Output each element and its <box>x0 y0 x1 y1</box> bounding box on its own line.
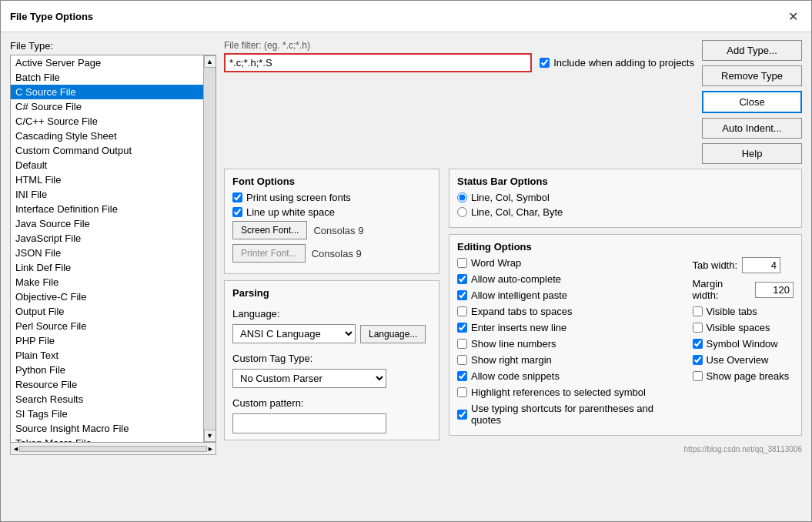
enter-inserts-checkbox[interactable] <box>457 323 467 333</box>
file-filter-section: File filter: (eg. *.c;*.h) <box>224 40 532 72</box>
symbol-window-checkbox[interactable] <box>693 339 703 349</box>
list-item[interactable]: Search Results <box>11 392 203 407</box>
list-item[interactable]: Interface Definition File <box>11 202 203 216</box>
visible-tabs-checkbox[interactable] <box>693 306 703 316</box>
list-item[interactable]: SI Tags File <box>11 407 203 421</box>
custom-pattern-input[interactable] <box>232 413 386 433</box>
visible-spaces-label: Visible spaces <box>707 322 770 333</box>
vertical-scrollbar[interactable]: ▲ ▼ <box>203 55 216 442</box>
language-select[interactable]: ANSI C Language C++ Language Java <box>232 324 356 343</box>
visible-spaces-checkbox[interactable] <box>693 323 703 333</box>
title-bar: File Type Options ✕ <box>1 1 811 32</box>
enter-inserts-row: Enter inserts new line <box>457 322 683 333</box>
status-line-col-char-radio[interactable] <box>457 207 467 217</box>
word-wrap-label: Word Wrap <box>471 257 521 269</box>
intelligent-paste-label: Allow intelligent paste <box>471 289 567 301</box>
font-options-title: Font Options <box>232 176 431 187</box>
list-item[interactable]: Default <box>11 158 203 172</box>
list-item[interactable]: Python File <box>11 363 203 377</box>
close-button[interactable]: Close <box>702 91 802 113</box>
window-close-button[interactable]: ✕ <box>784 7 802 25</box>
line-up-whitespace-row: Line up white space <box>232 206 431 218</box>
status-bar-group: Status Bar Options Line, Col, Symbol Lin… <box>449 169 802 228</box>
print-screen-fonts-checkbox[interactable] <box>232 192 242 202</box>
status-line-col-symbol-row: Line, Col, Symbol <box>457 192 794 203</box>
parsing-title: Parsing <box>232 287 431 299</box>
printer-font-row: Printer Font... Consolas 9 <box>232 244 431 263</box>
list-item[interactable]: Perl Source File <box>11 319 203 333</box>
typing-shortcuts-checkbox[interactable] <box>457 410 467 420</box>
print-screen-fonts-label: Print using screen fonts <box>246 192 351 203</box>
word-wrap-checkbox[interactable] <box>457 258 467 268</box>
right-panel: File filter: (eg. *.c;*.h) Include when … <box>224 40 802 514</box>
include-projects-checkbox[interactable] <box>540 58 550 68</box>
list-item[interactable]: C Source File <box>11 85 203 99</box>
list-item[interactable]: Plain Text <box>11 348 203 363</box>
screen-font-button[interactable]: Screen Font... <box>232 221 307 239</box>
list-item[interactable]: PHP File <box>11 333 203 348</box>
print-screen-fonts-row: Print using screen fonts <box>232 192 431 203</box>
list-item[interactable]: Java Source File <box>11 216 203 231</box>
show-page-breaks-label: Show page breaks <box>707 370 790 382</box>
intelligent-paste-checkbox[interactable] <box>457 290 467 300</box>
expand-tabs-checkbox[interactable] <box>457 306 467 316</box>
code-snippets-checkbox[interactable] <box>457 371 467 381</box>
use-overview-checkbox[interactable] <box>693 355 703 365</box>
file-type-list[interactable]: Active Server PageBatch FileC Source Fil… <box>11 55 203 442</box>
list-item[interactable]: JSON File <box>11 246 203 260</box>
symbol-window-label: Symbol Window <box>707 338 778 350</box>
status-line-col-symbol-radio[interactable] <box>457 192 467 202</box>
file-filter-input[interactable] <box>224 53 532 72</box>
line-up-whitespace-checkbox[interactable] <box>232 207 242 217</box>
list-item[interactable]: Active Server Page <box>11 55 203 70</box>
scroll-down-arrow[interactable]: ▼ <box>204 430 216 442</box>
show-line-numbers-checkbox[interactable] <box>457 339 467 349</box>
file-type-list-container: Active Server PageBatch FileC Source Fil… <box>10 55 216 443</box>
highlight-references-checkbox[interactable] <box>457 387 467 397</box>
list-item[interactable]: Batch File <box>11 70 203 85</box>
list-item[interactable]: Token Macro File <box>11 436 203 442</box>
list-item[interactable]: Cascading Style Sheet <box>11 129 203 143</box>
help-button[interactable]: Help <box>702 143 802 164</box>
font-options-group: Font Options Print using screen fonts Li… <box>224 169 439 274</box>
typing-shortcuts-label: Use typing shortcuts for parentheses and… <box>471 403 683 426</box>
list-item[interactable]: JavaScript File <box>11 231 203 246</box>
expand-tabs-label: Expand tabs to spaces <box>471 306 573 317</box>
scroll-up-arrow[interactable]: ▲ <box>204 55 216 68</box>
visible-tabs-label: Visible tabs <box>707 306 757 317</box>
top-section: File filter: (eg. *.c;*.h) Include when … <box>224 40 802 164</box>
list-item[interactable]: Custom Command Output <box>11 143 203 158</box>
language-button[interactable]: Language... <box>360 325 426 343</box>
tab-width-row: Tab width: <box>693 257 794 273</box>
printer-font-name: Consolas 9 <box>312 248 362 259</box>
list-item[interactable]: Link Def File <box>11 260 203 275</box>
show-page-breaks-checkbox[interactable] <box>693 371 703 381</box>
list-item[interactable]: Source Insight Macro File <box>11 421 203 436</box>
list-item[interactable]: Resource File <box>11 377 203 392</box>
custom-tag-select[interactable]: No Custom Parser <box>232 369 386 388</box>
auto-complete-checkbox[interactable] <box>457 274 467 284</box>
horiz-scroll-track <box>19 446 207 452</box>
list-item[interactable]: Make File <box>11 275 203 289</box>
list-item[interactable]: C# Source File <box>11 99 203 114</box>
list-item[interactable]: Objective-C File <box>11 289 203 304</box>
include-projects-label: Include when adding to projects <box>553 57 694 69</box>
add-type-button[interactable]: Add Type... <box>702 40 802 61</box>
expand-tabs-row: Expand tabs to spaces <box>457 306 683 317</box>
code-snippets-row: Allow code snippets <box>457 370 683 382</box>
list-item[interactable]: INI File <box>11 187 203 202</box>
show-right-margin-checkbox[interactable] <box>457 355 467 365</box>
margin-width-row: Margin width: <box>693 278 794 301</box>
printer-font-button[interactable]: Printer Font... <box>232 244 306 263</box>
list-item[interactable]: C/C++ Source File <box>11 114 203 129</box>
margin-width-input[interactable] <box>755 282 794 298</box>
list-item[interactable]: HTML File <box>11 172 203 187</box>
auto-indent-button[interactable]: Auto Indent... <box>702 118 802 139</box>
horizontal-scrollbar[interactable]: ◄ ► <box>10 443 216 455</box>
line-up-whitespace-label: Line up white space <box>246 206 335 218</box>
scroll-right-arrow[interactable]: ► <box>207 445 214 453</box>
remove-type-button[interactable]: Remove Type <box>702 65 802 86</box>
scroll-left-arrow[interactable]: ◄ <box>12 445 19 453</box>
list-item[interactable]: Output File <box>11 304 203 319</box>
tab-width-input[interactable] <box>742 257 780 273</box>
